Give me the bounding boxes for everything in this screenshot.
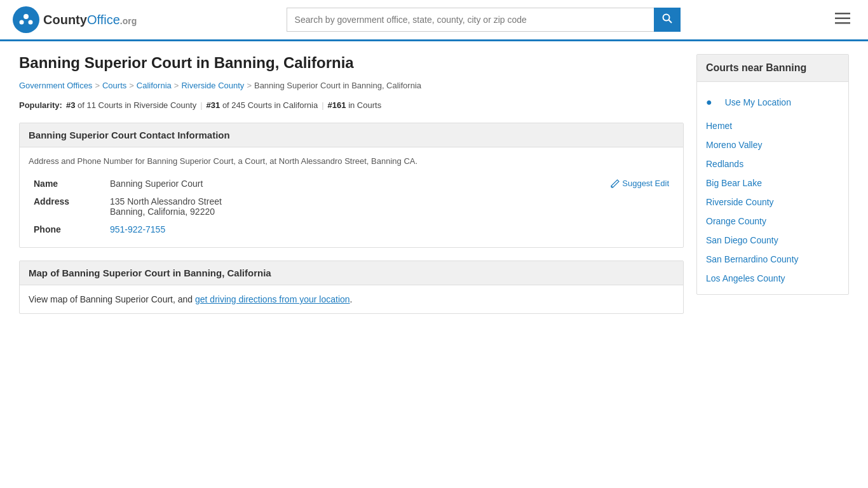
svg-rect-7 [835,18,850,20]
phone-link[interactable]: 951-922-7155 [110,224,165,234]
breadcrumb-separator: > [129,81,134,90]
sidebar-box: Courts near Banning ● Use My Location He… [696,54,849,295]
list-item: Los Angeles County [697,269,848,288]
sidebar: Courts near Banning ● Use My Location He… [696,54,849,327]
breadcrumb-separator: > [174,81,179,90]
address-value: 135 North Alessandro Street Banning, Cal… [105,193,674,220]
svg-point-4 [663,15,669,21]
search-input[interactable] [287,8,654,32]
svg-line-5 [668,20,672,24]
sidebar-link-orange-county[interactable]: Orange County [697,212,848,231]
list-item: Moreno Valley [697,135,848,154]
sidebar-list: ● Use My Location Hemet Moreno Valley Re… [697,82,848,294]
svg-point-0 [18,11,34,28]
contact-description: Address and Phone Number for Banning Sup… [29,156,674,166]
search-icon [662,13,672,24]
sidebar-link-redlands[interactable]: Redlands [697,154,848,173]
table-row-phone: Phone 951-922-7155 [29,220,674,238]
map-section-body: View map of Banning Superior Court, and … [20,285,683,313]
svg-point-2 [20,20,24,25]
name-label: Name [29,175,105,193]
list-item: Big Bear Lake [697,173,848,193]
sidebar-link-riverside-county[interactable]: Riverside County [697,193,848,212]
breadcrumb-link-courts[interactable]: Courts [102,81,126,90]
list-item: Orange County [697,212,848,231]
phone-label: Phone [29,220,105,238]
sidebar-link-los-angeles-county[interactable]: Los Angeles County [697,269,848,288]
search-button[interactable] [654,8,681,32]
breadcrumb-link-california[interactable]: California [137,81,172,90]
sidebar-link-hemet[interactable]: Hemet [697,116,848,135]
breadcrumb-link-gov-offices[interactable]: Government Offices [19,81,92,90]
use-location-link[interactable]: Use My Location [716,93,800,112]
popularity-rank1: #3 of 11 Courts in Riverside County [66,100,196,110]
popularity-rank3: #161 in Courts [328,100,382,110]
svg-rect-6 [835,13,850,15]
list-item: Riverside County [697,193,848,212]
contact-section-body: Address and Phone Number for Banning Sup… [20,147,683,247]
hamburger-icon [835,13,850,24]
svg-point-1 [24,14,29,19]
popularity-bar: Popularity: #3 of 11 Courts in Riverside… [19,100,684,110]
sidebar-link-san-bernardino-county[interactable]: San Bernardino County [697,250,848,269]
table-row-name: Name Banning Superior Court Suggest Edit [29,175,674,193]
contact-info-table: Name Banning Superior Court Suggest Edit [29,175,674,238]
map-description: View map of Banning Superior Court, and … [29,294,674,304]
site-header: CountyOffice.org [0,0,868,41]
name-value: Banning Superior Court Suggest Edit [105,175,674,193]
breadcrumb-link-riverside[interactable]: Riverside County [181,81,244,90]
address-label: Address [29,193,105,220]
contact-section: Banning Superior Court Contact Informati… [19,123,684,248]
sidebar-title: Courts near Banning [697,55,848,82]
list-item: San Bernardino County [697,250,848,269]
popularity-rank2: #31 of 245 Courts in California [207,100,318,110]
table-row-address: Address 135 North Alessandro Street Bann… [29,193,674,220]
svg-point-3 [29,20,33,25]
map-section: Map of Banning Superior Court in Banning… [19,261,684,314]
logo-icon [13,6,39,33]
breadcrumb-separator: > [247,81,252,90]
phone-value: 951-922-7155 [105,220,674,238]
search-area [287,8,681,32]
logo-text: CountyOffice.org [43,13,137,27]
breadcrumb-separator: > [95,81,100,90]
popularity-label: Popularity: [19,100,62,110]
sidebar-use-location: ● Use My Location [697,88,848,116]
content-area: Banning Superior Court in Banning, Calif… [19,54,684,327]
suggest-edit-button[interactable]: Suggest Edit [611,179,669,188]
breadcrumb: Government Offices > Courts > California… [19,81,684,90]
breadcrumb-current: Banning Superior Court in Banning, Calif… [254,81,421,90]
list-item: Hemet [697,116,848,135]
suggest-edit-icon [611,179,620,188]
logo-area: CountyOffice.org [13,6,137,33]
menu-button[interactable] [830,9,855,30]
sidebar-link-big-bear-lake[interactable]: Big Bear Lake [697,173,848,193]
sidebar-link-moreno-valley[interactable]: Moreno Valley [697,135,848,154]
list-item: Redlands [697,154,848,173]
sidebar-link-san-diego-county[interactable]: San Diego County [697,231,848,250]
contact-section-title: Banning Superior Court Contact Informati… [20,123,683,147]
svg-rect-8 [835,22,850,24]
main-container: Banning Superior Court in Banning, Calif… [0,41,868,339]
map-section-title: Map of Banning Superior Court in Banning… [20,261,683,285]
driving-directions-link[interactable]: get driving directions from your locatio… [195,294,350,304]
location-pin-icon: ● [706,97,712,108]
list-item: San Diego County [697,231,848,250]
page-title: Banning Superior Court in Banning, Calif… [19,54,684,72]
